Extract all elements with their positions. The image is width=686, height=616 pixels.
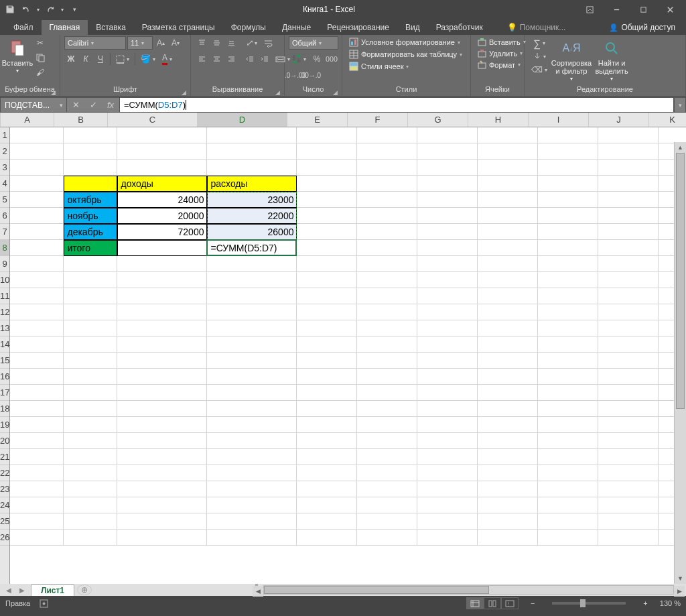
- cell-C3[interactable]: [117, 160, 207, 176]
- align-bottom-button[interactable]: [224, 36, 238, 50]
- cell-G7[interactable]: [417, 224, 478, 240]
- cell-E24[interactable]: [297, 497, 357, 513]
- cell-B6[interactable]: ноябрь: [64, 208, 117, 224]
- cell-J3[interactable]: [598, 160, 659, 176]
- minimize-button[interactable]: [603, 0, 630, 19]
- tab-формулы[interactable]: Формулы: [223, 20, 274, 35]
- cell-A1[interactable]: [10, 127, 64, 143]
- cell-F18[interactable]: [357, 401, 417, 417]
- cell-A25[interactable]: [10, 513, 64, 530]
- cell-J10[interactable]: [598, 272, 659, 288]
- cell-C2[interactable]: [117, 143, 207, 160]
- decrease-indent-button[interactable]: [243, 52, 257, 66]
- cell-D4[interactable]: расходы: [207, 176, 297, 192]
- cell-D10[interactable]: [207, 272, 297, 288]
- increase-font-button[interactable]: A▴: [154, 36, 167, 50]
- cell-E6[interactable]: [297, 208, 357, 224]
- cell-A24[interactable]: [10, 497, 64, 513]
- cell-J18[interactable]: [598, 401, 659, 417]
- cell-B25[interactable]: [64, 513, 117, 530]
- cell-J20[interactable]: [598, 433, 659, 449]
- cell-F13[interactable]: [357, 320, 417, 336]
- cell-B16[interactable]: [64, 369, 117, 385]
- cancel-formula-button[interactable]: ✕: [67, 98, 84, 112]
- row-header-26[interactable]: 26: [0, 530, 9, 546]
- cell-D5[interactable]: 23000: [207, 192, 297, 208]
- sheet-nav-prev[interactable]: ◀: [3, 584, 15, 595]
- cell-E17[interactable]: [297, 385, 357, 401]
- cell-A13[interactable]: [10, 320, 64, 336]
- cell-J11[interactable]: [598, 288, 659, 304]
- cell-E20[interactable]: [297, 433, 357, 449]
- row-header-24[interactable]: 24: [0, 497, 9, 513]
- cell-J16[interactable]: [598, 369, 659, 385]
- zoom-knob[interactable]: [580, 599, 586, 607]
- cell-B4[interactable]: [64, 176, 117, 192]
- cell-B7[interactable]: декабрь: [64, 224, 117, 240]
- cell-I24[interactable]: [538, 497, 598, 513]
- cell-I23[interactable]: [538, 481, 598, 497]
- align-middle-button[interactable]: [210, 36, 223, 50]
- cell-C23[interactable]: [117, 481, 207, 497]
- align-right-button[interactable]: [224, 52, 238, 66]
- copy-button[interactable]: [33, 51, 47, 64]
- cell-H24[interactable]: [478, 497, 538, 513]
- redo-button[interactable]: [43, 2, 58, 17]
- cell-E14[interactable]: [297, 336, 357, 353]
- cell-A6[interactable]: [10, 208, 64, 224]
- cell-E10[interactable]: [297, 272, 357, 288]
- cell-F26[interactable]: [357, 530, 417, 546]
- h-scroll-thumb[interactable]: [264, 586, 489, 594]
- cell-D23[interactable]: [207, 481, 297, 497]
- cell-A22[interactable]: [10, 465, 64, 481]
- cell-H6[interactable]: [478, 208, 538, 224]
- row-header-8[interactable]: 8: [0, 240, 9, 256]
- undo-dropdown[interactable]: ▾: [35, 2, 42, 17]
- cell-J9[interactable]: [598, 256, 659, 272]
- row-header-3[interactable]: 3: [0, 160, 9, 176]
- cell-B17[interactable]: [64, 385, 117, 401]
- cell-A26[interactable]: [10, 530, 64, 546]
- cells-area[interactable]: доходырасходыоктябрь2400023000ноябрь2000…: [10, 127, 686, 584]
- cell-J14[interactable]: [598, 336, 659, 353]
- cell-E2[interactable]: [297, 143, 357, 160]
- cell-I7[interactable]: [538, 224, 598, 240]
- find-select-button[interactable]: Найти и выделить▾: [593, 36, 630, 85]
- cell-F2[interactable]: [357, 143, 417, 160]
- col-header-A[interactable]: A: [1, 113, 54, 127]
- cell-D26[interactable]: [207, 530, 297, 546]
- row-header-9[interactable]: 9: [0, 256, 9, 272]
- cell-A3[interactable]: [10, 160, 64, 176]
- sheet-tab[interactable]: Лист1: [31, 584, 74, 596]
- cell-G4[interactable]: [417, 176, 478, 192]
- cell-B19[interactable]: [64, 417, 117, 433]
- cell-C17[interactable]: [117, 385, 207, 401]
- cell-C16[interactable]: [117, 369, 207, 385]
- number-dialog-launcher[interactable]: ◢: [333, 89, 338, 96]
- cell-H18[interactable]: [478, 401, 538, 417]
- row-header-7[interactable]: 7: [0, 224, 9, 240]
- row-header-5[interactable]: 5: [0, 192, 9, 208]
- row-header-11[interactable]: 11: [0, 288, 9, 304]
- tab-разметка страницы[interactable]: Разметка страницы: [134, 20, 223, 35]
- cell-A23[interactable]: [10, 481, 64, 497]
- cell-E23[interactable]: [297, 481, 357, 497]
- col-header-K[interactable]: K: [649, 113, 686, 127]
- cell-G1[interactable]: [417, 127, 478, 143]
- cell-J2[interactable]: [598, 143, 659, 160]
- scroll-right-button[interactable]: ▶: [674, 586, 685, 597]
- cell-A7[interactable]: [10, 224, 64, 240]
- cell-I13[interactable]: [538, 320, 598, 336]
- cell-A15[interactable]: [10, 353, 64, 369]
- cell-E18[interactable]: [297, 401, 357, 417]
- cell-B12[interactable]: [64, 304, 117, 320]
- cell-C14[interactable]: [117, 336, 207, 353]
- add-sheet-button[interactable]: ⊕: [77, 584, 92, 595]
- cell-H8[interactable]: [478, 240, 538, 256]
- cell-F9[interactable]: [357, 256, 417, 272]
- cell-E1[interactable]: [297, 127, 357, 143]
- cell-H14[interactable]: [478, 336, 538, 353]
- cell-F23[interactable]: [357, 481, 417, 497]
- cell-H23[interactable]: [478, 481, 538, 497]
- cell-G8[interactable]: [417, 240, 478, 256]
